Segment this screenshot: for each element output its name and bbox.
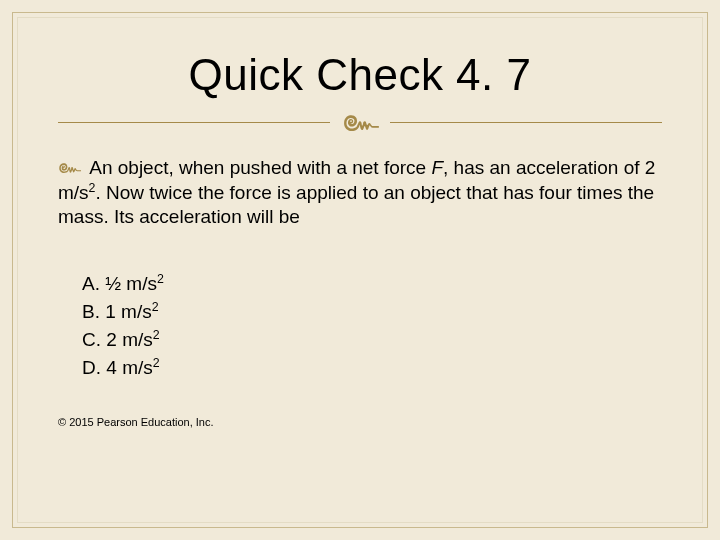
superscript: 2 (153, 356, 160, 370)
superscript: 2 (157, 272, 164, 286)
option-value: ½ m/s (105, 274, 157, 295)
option-b: B. 1 m/s2 (82, 299, 662, 325)
question-text: ๛ An object, when pushed with a net forc… (58, 154, 662, 229)
answer-options: A. ½ m/s2 B. 1 m/s2 C. 2 m/s2 D. 4 m/s2 (82, 271, 662, 381)
option-value: 1 m/s (105, 302, 151, 323)
option-label: B. (82, 302, 100, 323)
option-label: D. (82, 358, 101, 379)
superscript: 2 (153, 328, 160, 342)
option-d: D. 4 m/s2 (82, 355, 662, 381)
option-value: 4 m/s (106, 358, 152, 379)
flourish-icon: ๛ (342, 104, 379, 136)
bullet-icon: ๛ (58, 154, 81, 180)
option-value: 2 m/s (106, 330, 152, 351)
copyright-text: © 2015 Pearson Education, Inc. (58, 415, 218, 429)
decorative-divider: ๛ (58, 108, 662, 136)
question-part: . Now twice the force is applied to an o… (58, 182, 654, 227)
slide-title: Quick Check 4. 7 (58, 50, 662, 100)
question-variable: F (431, 157, 443, 178)
superscript: 2 (152, 300, 159, 314)
option-label: C. (82, 330, 101, 351)
slide-outer-border: Quick Check 4. 7 ๛ ๛ An object, when pus… (12, 12, 708, 528)
option-label: A. (82, 274, 100, 295)
slide-inner-border: Quick Check 4. 7 ๛ ๛ An object, when pus… (17, 17, 703, 523)
option-a: A. ½ m/s2 (82, 271, 662, 297)
question-part: An object, when pushed with a net force (89, 157, 431, 178)
option-c: C. 2 m/s2 (82, 327, 662, 353)
